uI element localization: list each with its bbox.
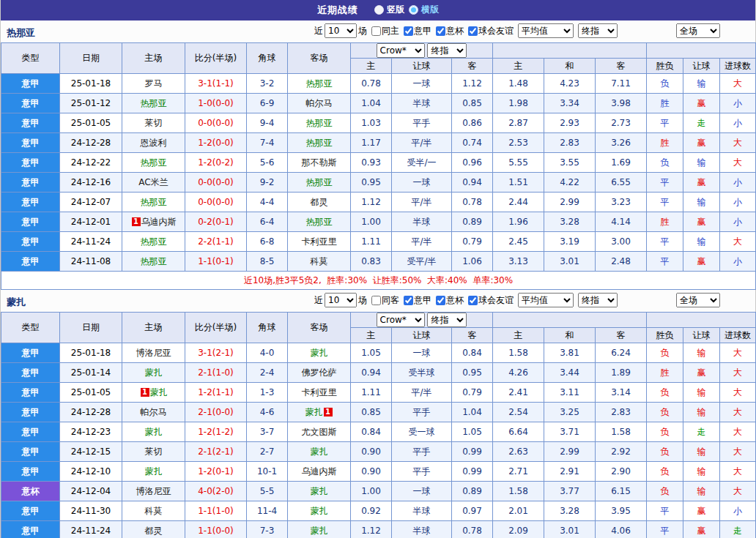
date-cell: 24-12-16 bbox=[60, 173, 122, 193]
layout-radio-option[interactable]: 竖版 bbox=[374, 4, 404, 16]
col-header-result-goals: 进球数 bbox=[720, 59, 756, 74]
col-header-euro-draw: 和 bbox=[544, 328, 596, 343]
filter-checkbox[interactable] bbox=[371, 26, 381, 36]
home-team-cell: 热那亚 bbox=[122, 153, 185, 173]
asian-handicap-cell: 平手 bbox=[392, 442, 452, 462]
score-cell: 0-0(0-0) bbox=[185, 113, 247, 133]
final-odds-select-asian[interactable]: 终指 bbox=[427, 43, 467, 58]
league-cell: 意甲 bbox=[1, 232, 60, 252]
asian-handicap-cell: 受一球 bbox=[392, 422, 452, 442]
asian-handicap-cell: 一球 bbox=[392, 343, 452, 363]
full-match-select[interactable]: 全场 bbox=[676, 23, 720, 38]
europe-odds-group-header bbox=[493, 313, 647, 328]
average-odds-select[interactable]: 平均值 bbox=[518, 23, 574, 38]
filter-checkbox[interactable] bbox=[436, 26, 445, 36]
corners-cell: 7-4 bbox=[247, 133, 288, 153]
filter-checkbox-item[interactable]: 球会友谊 bbox=[468, 294, 514, 307]
result-handicap-cell: 输 bbox=[683, 153, 720, 173]
team-name: 热那亚 bbox=[306, 118, 333, 128]
crown-odds-select[interactable]: Crow* bbox=[377, 313, 425, 327]
layout-radio-group: 竖版横版 bbox=[370, 4, 439, 17]
filter-checkbox[interactable] bbox=[468, 296, 478, 305]
col-header-result-goals: 进球数 bbox=[720, 328, 756, 343]
asian-home-cell: 1.03 bbox=[351, 113, 392, 133]
filter-checkbox-item[interactable]: 意杯 bbox=[436, 25, 464, 37]
matches-table: 类型日期主场比分(半场)角球客场Crow* 终指主让球客主和客胜负让球进球数意甲… bbox=[1, 312, 756, 538]
asian-home-cell: 0.93 bbox=[351, 153, 392, 173]
home-team-cell: 热那亚 bbox=[122, 252, 185, 272]
filter-checkbox-label: 意甲 bbox=[414, 25, 431, 37]
col-header-euro-home: 主 bbox=[493, 328, 544, 343]
euro-away-cell: 7.11 bbox=[596, 74, 647, 94]
team-name: AC米兰 bbox=[138, 177, 168, 187]
asian-home-cell: 1.00 bbox=[351, 482, 392, 501]
asian-handicap-cell: 平/半 bbox=[392, 383, 452, 403]
asian-handicap-cell: 一球 bbox=[392, 482, 452, 501]
filter-checkbox-item[interactable]: 意甲 bbox=[404, 294, 431, 307]
euro-away-cell: 2.90 bbox=[596, 462, 647, 482]
match-row: 意甲24-12-10蒙扎1-2(0-1)10-1乌迪内斯0.90平手0.992.… bbox=[1, 462, 756, 482]
home-team-cell: 恩波利 bbox=[122, 133, 185, 153]
col-header-euro-home: 主 bbox=[493, 59, 544, 74]
col-header-euro-draw: 和 bbox=[544, 59, 596, 74]
euro-home-cell: 6.64 bbox=[493, 422, 544, 442]
recent-count-select[interactable]: 10 bbox=[325, 293, 357, 307]
league-cell: 意甲 bbox=[1, 521, 60, 538]
result-goals-cell: 大 bbox=[720, 462, 756, 482]
home-team-cell: 蒙扎 bbox=[122, 363, 185, 383]
euro-away-cell: 1.89 bbox=[596, 363, 647, 383]
away-team-cell: 卡利亚里 bbox=[288, 232, 351, 252]
corners-cell: 9-4 bbox=[247, 113, 288, 133]
filter-checkbox-item[interactable]: 球会友谊 bbox=[468, 25, 514, 37]
league-cell: 意甲 bbox=[1, 343, 60, 363]
euro-away-cell: 3.14 bbox=[596, 383, 647, 403]
team-name: 蒙扎 bbox=[150, 387, 168, 397]
col-header-corners: 角球 bbox=[247, 43, 288, 74]
sections-container: 热那亚近10场同主意甲意杯球会友谊平均值终指全场类型日期主场比分(半场)角球客场… bbox=[1, 20, 755, 538]
result-wdl-cell: 平 bbox=[647, 113, 683, 133]
average-odds-select[interactable]: 平均值 bbox=[518, 293, 574, 307]
filter-checkbox-item[interactable]: 同客 bbox=[371, 294, 399, 307]
crown-odds-select[interactable]: Crow* bbox=[377, 43, 425, 58]
euro-draw-cell: 3.77 bbox=[544, 482, 596, 501]
corners-cell: 9-2 bbox=[247, 173, 288, 193]
euro-away-cell: 2.73 bbox=[596, 113, 647, 133]
match-row: 意甲24-12-23蒙扎1-2(1-2)3-7尤文图斯0.84受一球1.056.… bbox=[1, 422, 756, 442]
filter-checkbox-label: 意杯 bbox=[446, 25, 464, 37]
filter-checkbox[interactable] bbox=[404, 296, 413, 305]
asian-handicap-cell: 平手 bbox=[392, 113, 452, 133]
euro-away-cell: 6.15 bbox=[596, 482, 647, 501]
match-row: 意甲24-11-24都灵1-1(0-0)7-3蒙扎1.12半球0.782.093… bbox=[1, 521, 756, 538]
asian-handicap-cell: 半球 bbox=[392, 212, 452, 232]
corners-cell: 11-4 bbox=[247, 501, 288, 521]
asian-away-cell: 0.95 bbox=[452, 363, 493, 383]
full-match-select-wrap: 全场 bbox=[676, 23, 720, 38]
col-header-asian-home: 主 bbox=[351, 328, 392, 343]
filter-checkbox[interactable] bbox=[468, 26, 478, 36]
full-match-select[interactable]: 全场 bbox=[676, 293, 720, 307]
filter-checkbox-label: 同客 bbox=[382, 294, 399, 307]
euro-home-cell: 1.96 bbox=[493, 212, 544, 232]
euro-draw-cell: 3.01 bbox=[544, 521, 596, 538]
home-team-cell: 帕尔马 bbox=[122, 403, 185, 422]
corners-cell: 2-4 bbox=[247, 363, 288, 383]
filter-checkbox-item[interactable]: 意杯 bbox=[436, 294, 464, 307]
final-odds-select-europe[interactable]: 终指 bbox=[578, 23, 618, 38]
recent-count-select[interactable]: 10 bbox=[325, 23, 357, 38]
filter-checkbox[interactable] bbox=[371, 296, 381, 305]
filter-checkbox[interactable] bbox=[436, 296, 445, 305]
filter-checkbox-item[interactable]: 意甲 bbox=[404, 25, 431, 37]
filter-checkbox[interactable] bbox=[404, 26, 413, 36]
final-odds-select-europe[interactable]: 终指 bbox=[578, 293, 618, 307]
asian-away-cell: 0.89 bbox=[452, 212, 493, 232]
asian-home-cell: 1.17 bbox=[351, 133, 392, 153]
match-row: 意甲25-01-05莱切0-0(0-0)9-4热那亚1.03平手0.862.87… bbox=[1, 113, 756, 133]
filter-checkbox-item[interactable]: 同主 bbox=[371, 25, 399, 37]
euro-home-cell: 1.51 bbox=[493, 173, 544, 193]
team-name: 蒙扎 bbox=[311, 447, 328, 457]
layout-radio-selected[interactable]: 横版 bbox=[409, 4, 439, 16]
team-name: 那不勒斯 bbox=[302, 157, 337, 168]
result-goals-cell: 大 bbox=[720, 133, 756, 153]
final-odds-select-asian[interactable]: 终指 bbox=[427, 313, 467, 327]
euro-draw-cell: 2.83 bbox=[544, 133, 596, 153]
